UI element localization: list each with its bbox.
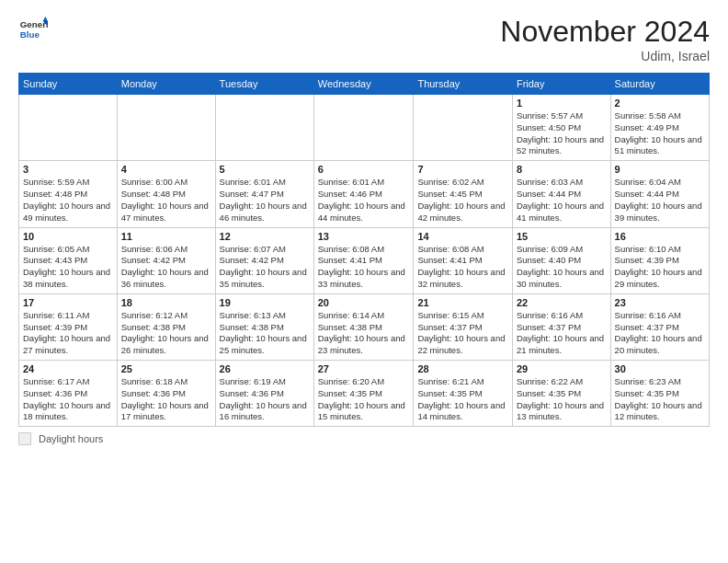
day-number: 9 xyxy=(615,164,705,175)
day-info: Sunrise: 5:57 AMSunset: 4:50 PMDaylight:… xyxy=(517,110,607,157)
month-title: November 2024 xyxy=(500,15,710,49)
day-number: 24 xyxy=(23,363,113,374)
table-row: 15Sunrise: 6:09 AMSunset: 4:40 PMDayligh… xyxy=(512,227,610,293)
day-info: Sunrise: 6:18 AMSunset: 4:36 PMDaylight:… xyxy=(121,376,211,423)
table-row: 14Sunrise: 6:08 AMSunset: 4:41 PMDayligh… xyxy=(414,227,513,293)
table-row: 24Sunrise: 6:17 AMSunset: 4:36 PMDayligh… xyxy=(19,361,118,427)
header: General Blue November 2024 Udim, Israel xyxy=(18,15,710,63)
generalblue-logo-icon: General Blue xyxy=(18,15,48,44)
calendar-table: Sunday Monday Tuesday Wednesday Thursday… xyxy=(18,73,710,427)
table-row: 5Sunrise: 6:01 AMSunset: 4:47 PMDaylight… xyxy=(215,161,313,227)
day-number: 6 xyxy=(318,164,410,175)
table-row: 3Sunrise: 5:59 AMSunset: 4:48 PMDaylight… xyxy=(19,161,118,227)
day-info: Sunrise: 6:16 AMSunset: 4:37 PMDaylight:… xyxy=(615,310,705,357)
svg-text:Blue: Blue xyxy=(20,29,40,40)
logo: General Blue xyxy=(18,15,48,44)
table-row xyxy=(414,95,513,161)
day-info: Sunrise: 6:09 AMSunset: 4:40 PMDaylight:… xyxy=(517,244,607,291)
day-info: Sunrise: 6:04 AMSunset: 4:44 PMDaylight:… xyxy=(615,177,705,224)
day-number: 13 xyxy=(318,231,410,242)
table-row: 20Sunrise: 6:14 AMSunset: 4:38 PMDayligh… xyxy=(313,293,414,360)
table-row: 8Sunrise: 6:03 AMSunset: 4:44 PMDaylight… xyxy=(512,161,610,227)
table-row: 1Sunrise: 5:57 AMSunset: 4:50 PMDaylight… xyxy=(512,95,610,161)
calendar-week-row: 1Sunrise: 5:57 AMSunset: 4:50 PMDaylight… xyxy=(19,95,710,161)
day-number: 17 xyxy=(23,297,113,308)
day-number: 4 xyxy=(121,164,211,175)
day-info: Sunrise: 6:03 AMSunset: 4:44 PMDaylight:… xyxy=(517,177,607,224)
table-row: 2Sunrise: 5:58 AMSunset: 4:49 PMDaylight… xyxy=(610,95,709,161)
calendar-week-row: 10Sunrise: 6:05 AMSunset: 4:43 PMDayligh… xyxy=(19,227,710,293)
table-row: 21Sunrise: 6:15 AMSunset: 4:37 PMDayligh… xyxy=(414,293,513,360)
table-row: 7Sunrise: 6:02 AMSunset: 4:45 PMDaylight… xyxy=(414,161,513,227)
table-row: 29Sunrise: 6:22 AMSunset: 4:35 PMDayligh… xyxy=(512,361,610,427)
col-sunday: Sunday xyxy=(19,74,118,95)
day-number: 29 xyxy=(517,363,607,374)
day-info: Sunrise: 6:00 AMSunset: 4:48 PMDaylight:… xyxy=(121,177,211,224)
table-row xyxy=(19,95,118,161)
table-row: 18Sunrise: 6:12 AMSunset: 4:38 PMDayligh… xyxy=(117,293,215,360)
day-number: 2 xyxy=(615,98,705,109)
day-info: Sunrise: 6:07 AMSunset: 4:42 PMDaylight:… xyxy=(220,244,310,291)
day-info: Sunrise: 6:13 AMSunset: 4:38 PMDaylight:… xyxy=(220,310,310,357)
location: Udim, Israel xyxy=(500,49,710,63)
day-info: Sunrise: 6:02 AMSunset: 4:45 PMDaylight:… xyxy=(417,177,508,224)
day-number: 25 xyxy=(121,363,211,374)
col-friday: Friday xyxy=(512,74,610,95)
footer: Daylight hours xyxy=(18,432,710,445)
day-number: 21 xyxy=(417,297,508,308)
day-info: Sunrise: 6:10 AMSunset: 4:39 PMDaylight:… xyxy=(615,244,705,291)
day-info: Sunrise: 6:08 AMSunset: 4:41 PMDaylight:… xyxy=(417,244,508,291)
day-info: Sunrise: 6:14 AMSunset: 4:38 PMDaylight:… xyxy=(318,310,410,357)
calendar-header-row: Sunday Monday Tuesday Wednesday Thursday… xyxy=(19,74,710,95)
day-info: Sunrise: 6:01 AMSunset: 4:47 PMDaylight:… xyxy=(220,177,310,224)
day-number: 10 xyxy=(23,231,113,242)
day-number: 23 xyxy=(615,297,705,308)
day-info: Sunrise: 6:22 AMSunset: 4:35 PMDaylight:… xyxy=(517,376,607,423)
day-number: 30 xyxy=(615,363,705,374)
table-row: 16Sunrise: 6:10 AMSunset: 4:39 PMDayligh… xyxy=(610,227,709,293)
day-number: 16 xyxy=(615,231,705,242)
page: General Blue November 2024 Udim, Israel … xyxy=(0,0,728,563)
table-row: 25Sunrise: 6:18 AMSunset: 4:36 PMDayligh… xyxy=(117,361,215,427)
table-row: 4Sunrise: 6:00 AMSunset: 4:48 PMDaylight… xyxy=(117,161,215,227)
day-number: 12 xyxy=(220,231,310,242)
calendar-week-row: 24Sunrise: 6:17 AMSunset: 4:36 PMDayligh… xyxy=(19,361,710,427)
table-row: 27Sunrise: 6:20 AMSunset: 4:35 PMDayligh… xyxy=(313,361,414,427)
day-info: Sunrise: 6:20 AMSunset: 4:35 PMDaylight:… xyxy=(318,376,410,423)
table-row: 28Sunrise: 6:21 AMSunset: 4:35 PMDayligh… xyxy=(414,361,513,427)
day-number: 7 xyxy=(417,164,508,175)
day-number: 1 xyxy=(517,98,607,109)
day-number: 27 xyxy=(318,363,410,374)
day-number: 3 xyxy=(23,164,113,175)
table-row: 19Sunrise: 6:13 AMSunset: 4:38 PMDayligh… xyxy=(215,293,313,360)
table-row xyxy=(215,95,313,161)
day-info: Sunrise: 5:58 AMSunset: 4:49 PMDaylight:… xyxy=(615,110,705,157)
legend-shaded-box xyxy=(18,432,31,445)
table-row: 11Sunrise: 6:06 AMSunset: 4:42 PMDayligh… xyxy=(117,227,215,293)
day-info: Sunrise: 6:16 AMSunset: 4:37 PMDaylight:… xyxy=(517,310,607,357)
day-number: 26 xyxy=(220,363,310,374)
day-number: 18 xyxy=(121,297,211,308)
day-number: 5 xyxy=(220,164,310,175)
day-number: 20 xyxy=(318,297,410,308)
day-number: 19 xyxy=(220,297,310,308)
table-row: 6Sunrise: 6:01 AMSunset: 4:46 PMDaylight… xyxy=(313,161,414,227)
day-number: 14 xyxy=(417,231,508,242)
table-row xyxy=(117,95,215,161)
col-wednesday: Wednesday xyxy=(313,74,414,95)
table-row: 13Sunrise: 6:08 AMSunset: 4:41 PMDayligh… xyxy=(313,227,414,293)
day-info: Sunrise: 6:21 AMSunset: 4:35 PMDaylight:… xyxy=(417,376,508,423)
day-number: 22 xyxy=(517,297,607,308)
table-row: 26Sunrise: 6:19 AMSunset: 4:36 PMDayligh… xyxy=(215,361,313,427)
table-row: 10Sunrise: 6:05 AMSunset: 4:43 PMDayligh… xyxy=(19,227,118,293)
day-info: Sunrise: 6:12 AMSunset: 4:38 PMDaylight:… xyxy=(121,310,211,357)
day-info: Sunrise: 6:08 AMSunset: 4:41 PMDaylight:… xyxy=(318,244,410,291)
day-info: Sunrise: 6:06 AMSunset: 4:42 PMDaylight:… xyxy=(121,244,211,291)
col-saturday: Saturday xyxy=(610,74,709,95)
day-info: Sunrise: 6:15 AMSunset: 4:37 PMDaylight:… xyxy=(417,310,508,357)
day-number: 28 xyxy=(417,363,508,374)
table-row: 30Sunrise: 6:23 AMSunset: 4:35 PMDayligh… xyxy=(610,361,709,427)
calendar-week-row: 17Sunrise: 6:11 AMSunset: 4:39 PMDayligh… xyxy=(19,293,710,360)
day-number: 8 xyxy=(517,164,607,175)
day-info: Sunrise: 6:19 AMSunset: 4:36 PMDaylight:… xyxy=(220,376,310,423)
